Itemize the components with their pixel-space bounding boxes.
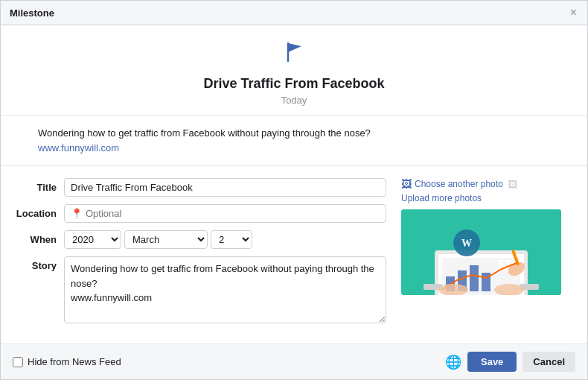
photo-preview: SEO W — [401, 209, 561, 295]
upload-more-photos-link[interactable]: Upload more photos — [401, 193, 482, 203]
hide-from-newsfeed-wrap: Hide from News Feed — [13, 356, 121, 367]
when-wrap: 2020 2019 2021 2018 2022 January Februar… — [64, 230, 252, 249]
when-row: When 2020 2019 2021 2018 2022 January Fe… — [16, 230, 386, 249]
day-select[interactable]: 1 2 3 4 5 — [211, 230, 252, 249]
milestone-dialog: Milestone × Drive Traffic From Facebook … — [0, 0, 588, 380]
title-label: Title — [16, 178, 64, 193]
title-input[interactable] — [64, 178, 386, 197]
location-icon: 📍 — [71, 208, 83, 219]
description-text: Wondering how to get traffic from Facebo… — [38, 127, 371, 139]
choose-photo-icon: 🖼 — [401, 178, 412, 190]
choose-another-photo-link[interactable]: Choose another photo — [415, 179, 503, 189]
cancel-button[interactable]: Cancel — [523, 352, 575, 372]
photo-actions: 🖼 Choose another photo 🖼 Upload more pho… — [401, 178, 572, 203]
footer-right: 🌐 Save Cancel — [445, 352, 575, 372]
location-row: Location 📍 — [16, 204, 386, 223]
description-link[interactable]: www.funnywill.com — [38, 142, 119, 153]
dialog-body: Drive Traffic From Facebook Today Wonder… — [1, 25, 587, 343]
hide-from-newsfeed-checkbox[interactable] — [13, 357, 23, 367]
milestone-header: Drive Traffic From Facebook Today — [1, 25, 587, 115]
photo-separator: 🖼 — [508, 179, 517, 190]
globe-icon[interactable]: 🌐 — [445, 354, 461, 370]
year-select[interactable]: 2020 2019 2021 2018 2022 — [64, 230, 121, 249]
title-row: Title — [16, 178, 386, 197]
location-input[interactable] — [86, 208, 380, 219]
milestone-name: Drive Traffic From Facebook — [16, 76, 572, 92]
story-label: Story — [16, 256, 64, 271]
footer-left: Hide from News Feed — [13, 356, 121, 367]
story-textarea[interactable]: Wondering how to get traffic from Facebo… — [64, 256, 386, 323]
close-button[interactable]: × — [569, 7, 578, 19]
milestone-date: Today — [16, 95, 572, 106]
dialog-title-label: Milestone — [10, 7, 54, 19]
milestone-description: Wondering how to get traffic from Facebo… — [1, 115, 587, 166]
form-area: Title Location 📍 When 2020 — [1, 166, 587, 343]
when-label: When — [16, 230, 64, 245]
svg-rect-7 — [470, 265, 479, 291]
story-row: Story Wondering how to get traffic from … — [16, 256, 386, 323]
save-button[interactable]: Save — [467, 352, 517, 372]
dialog-titlebar: Milestone × — [1, 1, 587, 25]
location-label: Location — [16, 204, 64, 219]
photo-section: 🖼 Choose another photo 🖼 Upload more pho… — [401, 178, 572, 332]
svg-text:W: W — [461, 238, 472, 249]
flag-icon — [16, 39, 572, 72]
form-fields: Title Location 📍 When 2020 — [16, 178, 386, 332]
svg-rect-8 — [482, 273, 490, 291]
month-select[interactable]: January February March April May June Ju… — [124, 230, 208, 249]
hide-from-newsfeed-label: Hide from News Feed — [28, 356, 121, 367]
location-wrap: 📍 — [64, 204, 386, 223]
dialog-footer: Hide from News Feed 🌐 Save Cancel — [1, 343, 587, 379]
